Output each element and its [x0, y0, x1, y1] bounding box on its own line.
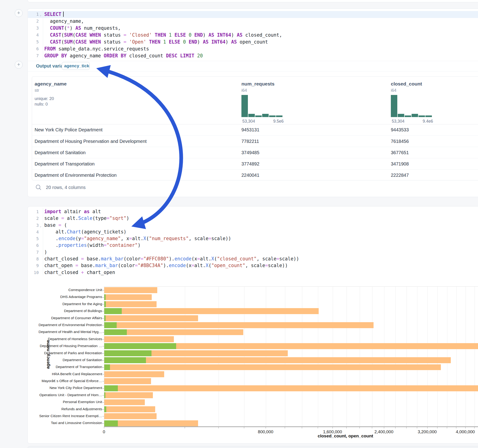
- code-line[interactable]: 3⌄base = (: [28, 222, 478, 229]
- line-number: 7: [29, 52, 39, 59]
- bar-open_count[interactable]: [104, 301, 106, 307]
- column-header-closed_count[interactable]: closed_counti6453,3049.4e6: [391, 76, 469, 124]
- y-axis-label: New York City Police Department: [37, 384, 102, 391]
- table-cell: 3677651: [391, 147, 409, 158]
- table-row[interactable]: Department of Sanitation37494853677651: [32, 147, 478, 158]
- code-text: CAST(SUM(CASE WHEN status = 'Closed' THE…: [44, 31, 478, 38]
- python-code-editor[interactable]: 1import altair as alt2scale = alt.Scale(…: [28, 208, 478, 276]
- column-header-agency_name[interactable]: agency_namestrunique: 20nulls: 0: [35, 76, 113, 124]
- bar-open_count[interactable]: [104, 406, 106, 412]
- code-line[interactable]: 4 alt.Chart(agency_tickets): [28, 229, 478, 235]
- line-number: 2: [29, 215, 39, 222]
- output-variable-pill[interactable]: agency_tickets: [62, 62, 90, 70]
- code-line[interactable]: 2scale = alt.Scale(type="sqrt"): [28, 215, 478, 222]
- search-icon[interactable]: [35, 184, 42, 191]
- bar-closed_count[interactable]: [104, 287, 157, 293]
- gridline: [437, 287, 438, 426]
- code-line[interactable]: 8chart_closed = base.mark_bar(color="#FF…: [28, 255, 478, 262]
- table-row[interactable]: Department of Housing Preservation and D…: [32, 136, 478, 147]
- bar-closed_count[interactable]: [104, 371, 164, 377]
- bar-closed_count[interactable]: [104, 315, 198, 321]
- y-tick: [102, 290, 104, 290]
- table-cell: 7782211: [241, 136, 259, 147]
- code-text: .properties(width="container"): [44, 242, 478, 249]
- bar-closed_count[interactable]: [104, 357, 451, 363]
- fold-chevron-icon[interactable]: ⌄: [40, 12, 42, 19]
- table-row[interactable]: New York City Police Department945313194…: [32, 124, 478, 136]
- bar-closed_count[interactable]: [104, 399, 145, 405]
- bar-open_count[interactable]: [104, 392, 105, 398]
- code-text: chart_closed + chart_open: [44, 269, 478, 276]
- bar-open_count[interactable]: [104, 322, 117, 328]
- line-number: 5: [29, 235, 39, 242]
- bar-closed_count[interactable]: [104, 294, 152, 300]
- bar-closed_count[interactable]: [104, 406, 155, 412]
- bar-closed_count[interactable]: [104, 308, 319, 314]
- bar-closed_count[interactable]: [104, 378, 151, 384]
- line-number: 8: [29, 255, 39, 262]
- line-number: 6: [29, 242, 39, 249]
- y-axis-label: DHS Advantage Programs: [37, 293, 102, 300]
- bar-open_count[interactable]: [104, 329, 127, 335]
- gridline: [407, 287, 407, 426]
- code-line[interactable]: 6FROM sample_data.nyc.service_requests: [28, 45, 478, 52]
- code-line[interactable]: 5 CAST(SUM(CASE WHEN status = 'Open' THE…: [28, 38, 478, 45]
- code-text: agency_name,: [44, 18, 478, 25]
- bar-open_count[interactable]: [104, 420, 118, 426]
- x-tick: [465, 427, 465, 428]
- code-line[interactable]: 2 agency_name,: [28, 18, 478, 25]
- code-line[interactable]: 1⌄SELECT: [28, 11, 478, 18]
- y-tick: [102, 367, 104, 367]
- add-cell-button-top[interactable]: +: [15, 9, 23, 17]
- gridline: [333, 287, 333, 426]
- bar-closed_count[interactable]: [104, 392, 153, 398]
- add-cell-button-middle[interactable]: +: [15, 61, 23, 69]
- code-line[interactable]: 7): [28, 249, 478, 255]
- column-histogram: [391, 95, 432, 117]
- bar-open_count[interactable]: [104, 385, 118, 391]
- bar-closed_count[interactable]: [104, 322, 374, 328]
- bar-closed_count[interactable]: [104, 336, 174, 342]
- bar-open_count[interactable]: [104, 294, 106, 300]
- dataframe-preview[interactable]: agency_namestrunique: 20nulls: 0num_requ…: [32, 76, 478, 180]
- bar-open_count[interactable]: [104, 343, 176, 349]
- bar-open_count[interactable]: [104, 364, 110, 370]
- table-cell: 7618456: [391, 136, 409, 147]
- sql-code-editor[interactable]: 1⌄SELECT2 agency_name,3 COUNT(*) AS num_…: [28, 11, 478, 59]
- code-line[interactable]: 3 COUNT(*) AS num_requests,: [28, 25, 478, 31]
- gridline: [266, 287, 266, 426]
- code-line[interactable]: 6 .properties(width="container"): [28, 242, 478, 249]
- bar-chart[interactable]: [104, 286, 478, 427]
- x-tick: [417, 427, 417, 428]
- code-text: FROM sample_data.nyc.service_requests: [44, 45, 478, 52]
- code-line[interactable]: 10chart_closed + chart_open: [28, 269, 478, 276]
- code-line[interactable]: 5 .encode(y="agency_name", x=alt.X("num_…: [28, 235, 478, 242]
- bar-open_count[interactable]: [104, 350, 151, 356]
- table-row[interactable]: Department of Transportation377489234719…: [32, 158, 478, 170]
- bar-closed_count[interactable]: [104, 364, 441, 370]
- line-number: 3: [29, 222, 39, 229]
- line-number: 6: [29, 45, 39, 52]
- bar-open_count[interactable]: [104, 315, 106, 321]
- code-line[interactable]: 9chart_open = base.mark_bar(color="#8BC3…: [28, 262, 478, 269]
- bar-open_count[interactable]: [104, 357, 146, 363]
- bar-open_count[interactable]: [104, 308, 122, 314]
- code-line[interactable]: 1import altair as alt: [28, 208, 478, 215]
- code-line[interactable]: 7GROUP BY agency_name ORDER BY closed_co…: [28, 52, 478, 59]
- x-tick: [244, 427, 244, 428]
- bar-closed_count[interactable]: [104, 413, 157, 419]
- table-row[interactable]: Department of Environmental Protection22…: [32, 169, 478, 180]
- bar-closed_count[interactable]: [104, 301, 157, 307]
- table-cell: 2240041: [241, 170, 259, 180]
- bar-closed_count[interactable]: [104, 420, 198, 426]
- y-tick: [102, 402, 104, 403]
- y-tick: [102, 381, 104, 381]
- x-axis-label: 3,200,000: [418, 429, 436, 434]
- column-name: closed_count: [391, 81, 422, 87]
- fold-chevron-icon[interactable]: ⌄: [40, 223, 42, 229]
- y-tick: [102, 297, 104, 298]
- column-header-num_requests[interactable]: num_requestsi6453,3049.5e6: [241, 76, 320, 124]
- code-line[interactable]: 4 CAST(SUM(CASE WHEN status = 'Closed' T…: [28, 31, 478, 38]
- code-text: SELECT: [44, 11, 478, 18]
- bar-closed_count[interactable]: [104, 385, 478, 391]
